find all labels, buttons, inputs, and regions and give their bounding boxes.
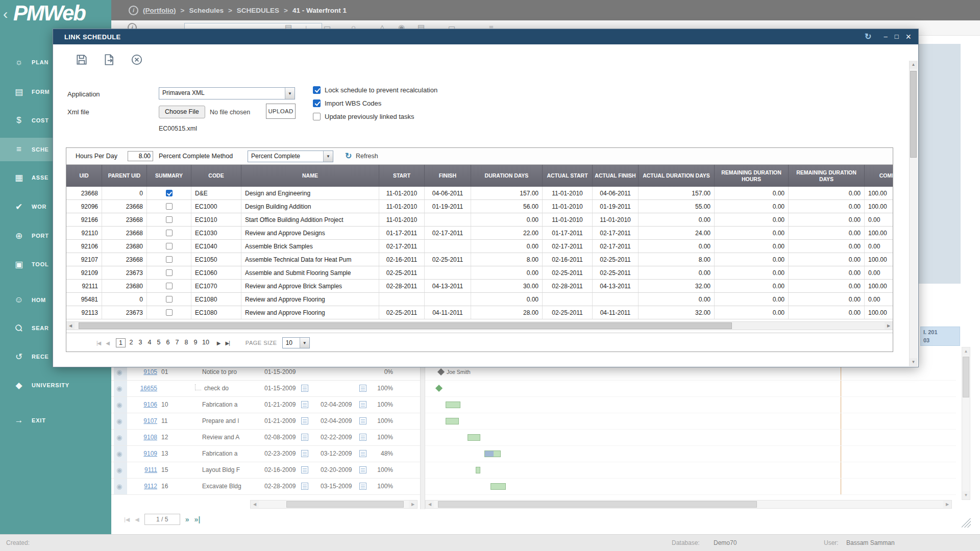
- upload-button[interactable]: UPLOAD: [266, 104, 296, 119]
- cell-duration: 0.00: [471, 266, 543, 279]
- schedule-table-body: 236680D&EDesign and Engineering11-01-201…: [66, 187, 893, 319]
- cell-finish: 02-25-2011: [425, 253, 471, 266]
- cell-actual_finish: [593, 293, 639, 306]
- scrollbar-thumb[interactable]: [910, 71, 917, 158]
- summary-checkbox[interactable]: [166, 216, 173, 223]
- summary-checkbox[interactable]: [166, 256, 173, 263]
- schedule-options: Lock schedule to prevent recalculationIm…: [313, 83, 437, 123]
- table-row[interactable]: 9211023668EC1030Review and Approve Desig…: [66, 227, 893, 240]
- summary-checkbox[interactable]: [166, 309, 173, 316]
- table-row[interactable]: 9210923673EC1060Assemble and Submit Floo…: [66, 266, 893, 280]
- scroll-up-icon[interactable]: ▲: [910, 61, 917, 69]
- chevron-down-icon[interactable]: ▼: [323, 151, 333, 162]
- table-row[interactable]: 9211323673EC1080Review and Approve Floor…: [66, 306, 893, 319]
- dialog-vscrollbar[interactable]: ▲ ▼: [909, 61, 918, 366]
- cell-rem_days: 0.00: [789, 253, 865, 266]
- cell-duration: 8.00: [471, 253, 543, 266]
- percent-complete-select[interactable]: Percent Complete ▼: [248, 151, 333, 162]
- cell-finish: 04-13-2011: [425, 280, 471, 292]
- option-checkbox[interactable]: [313, 86, 321, 94]
- cell-actual_duration: 8.00: [639, 253, 715, 266]
- page-button-10[interactable]: 10: [201, 338, 210, 347]
- table-row[interactable]: 9209623668EC1000Design Building Addition…: [66, 200, 893, 213]
- cell-duration: 0.00: [471, 213, 543, 226]
- table-row[interactable]: 954810EC1080Review and Approve Flooring0…: [66, 293, 893, 306]
- cell-summary: [147, 293, 191, 306]
- page-button-9[interactable]: 9: [192, 338, 199, 347]
- cell-rem_hours: 0.00: [715, 266, 789, 279]
- option-checkbox[interactable]: [313, 99, 321, 107]
- chevron-down-icon[interactable]: ▼: [285, 88, 295, 99]
- scroll-left-icon[interactable]: ◀: [66, 322, 75, 330]
- page-button-8[interactable]: 8: [183, 338, 190, 347]
- cell-code: D&E: [191, 187, 241, 199]
- option-row[interactable]: Update previously linked tasks: [313, 110, 437, 123]
- scroll-right-icon[interactable]: ▶: [885, 322, 893, 330]
- summary-checkbox[interactable]: [166, 269, 173, 276]
- cell-actual_finish: 04-11-2011: [593, 306, 639, 319]
- choose-file-button[interactable]: Choose File: [159, 106, 205, 118]
- summary-checkbox[interactable]: [166, 190, 173, 196]
- first-page-button[interactable]: |◀: [96, 340, 101, 346]
- hours-per-day-label: Hours Per Day: [76, 153, 117, 160]
- table-row[interactable]: 236680D&EDesign and Engineering11-01-201…: [66, 187, 893, 200]
- dialog-toolbar: [75, 53, 144, 67]
- summary-checkbox[interactable]: [166, 283, 173, 289]
- hours-per-day-input[interactable]: [128, 151, 153, 161]
- sync-icon[interactable]: ↻: [865, 33, 871, 40]
- summary-checkbox[interactable]: [166, 203, 173, 210]
- summary-checkbox[interactable]: [166, 230, 173, 236]
- cell-actual_duration: 0.00: [639, 213, 715, 226]
- page-button-5[interactable]: 5: [155, 338, 162, 347]
- cell-name: Review and Approve Brick Samples: [241, 280, 379, 292]
- close-icon[interactable]: ×: [905, 33, 911, 40]
- minimize-icon[interactable]: –: [884, 33, 887, 40]
- export-button[interactable]: [102, 53, 116, 67]
- cell-rem_hours: 0.00: [715, 253, 789, 266]
- column-header-actual_duration: ACTUAL DURATION DAYS: [639, 165, 715, 187]
- table-row[interactable]: 9211123680EC1070Review and Approve Brick…: [66, 280, 893, 293]
- cell-parent: 23673: [102, 266, 147, 279]
- cell-name: Assemble Technical Data for Heat Pum: [241, 253, 379, 266]
- page-button-4[interactable]: 4: [146, 338, 153, 347]
- page-button-1[interactable]: 1: [116, 338, 126, 347]
- option-row[interactable]: Import WBS Codes: [313, 96, 437, 110]
- application-select[interactable]: Primavera XML ▼: [159, 87, 295, 99]
- page-button-2[interactable]: 2: [128, 338, 135, 347]
- table-hscrollbar[interactable]: ◀ ▶: [66, 321, 893, 330]
- cell-rem_days: 0.00: [789, 293, 865, 306]
- column-header-name: NAME: [241, 165, 379, 187]
- page-button-6[interactable]: 6: [164, 338, 172, 347]
- table-row[interactable]: 9210723668EC1050Assemble Technical Data …: [66, 253, 893, 266]
- page-button-7[interactable]: 7: [174, 338, 181, 347]
- cell-parent: 23680: [102, 240, 147, 253]
- prev-page-button[interactable]: ◀: [106, 340, 109, 346]
- cell-name: Design and Engineering: [241, 187, 379, 199]
- dialog-body: Application Primavera XML ▼ Xml file Cho…: [53, 44, 918, 367]
- summary-checkbox[interactable]: [166, 296, 173, 303]
- maximize-icon[interactable]: □: [895, 33, 899, 40]
- refresh-icon[interactable]: ↻: [345, 151, 352, 161]
- table-row[interactable]: 9210623680EC1040Assemble Brick Samples02…: [66, 240, 893, 253]
- option-row[interactable]: Lock schedule to prevent recalculation: [313, 83, 437, 96]
- percent-complete-method-label: Percent Complete Method: [159, 153, 233, 160]
- cell-duration: 30.00: [471, 280, 543, 292]
- cell-comp: 100.00: [865, 187, 893, 199]
- next-page-button[interactable]: ▶: [217, 340, 220, 346]
- summary-checkbox[interactable]: [166, 243, 173, 249]
- page-button-3[interactable]: 3: [137, 338, 144, 347]
- dialog-titlebar[interactable]: LINK SCHEDULE ↻ – □ ×: [53, 29, 918, 44]
- cell-comp: 100.00: [865, 227, 893, 239]
- cell-duration: 28.00: [471, 306, 543, 319]
- cancel-button[interactable]: [130, 53, 144, 67]
- scrollbar-thumb[interactable]: [79, 322, 732, 329]
- page-size-select[interactable]: 10 ▼: [282, 337, 310, 348]
- scroll-down-icon[interactable]: ▼: [910, 358, 917, 366]
- chevron-down-icon[interactable]: ▼: [300, 338, 309, 348]
- table-row[interactable]: 9216623668EC1010Start Office Building Ad…: [66, 213, 893, 227]
- refresh-label[interactable]: Refresh: [356, 153, 378, 160]
- last-page-button[interactable]: ▶|: [226, 340, 230, 346]
- save-button[interactable]: [75, 53, 89, 67]
- option-checkbox[interactable]: [313, 113, 321, 120]
- schedule-table-header: UIDPARENT UIDSUMMARYCODENAMESTARTFINISHD…: [66, 165, 893, 187]
